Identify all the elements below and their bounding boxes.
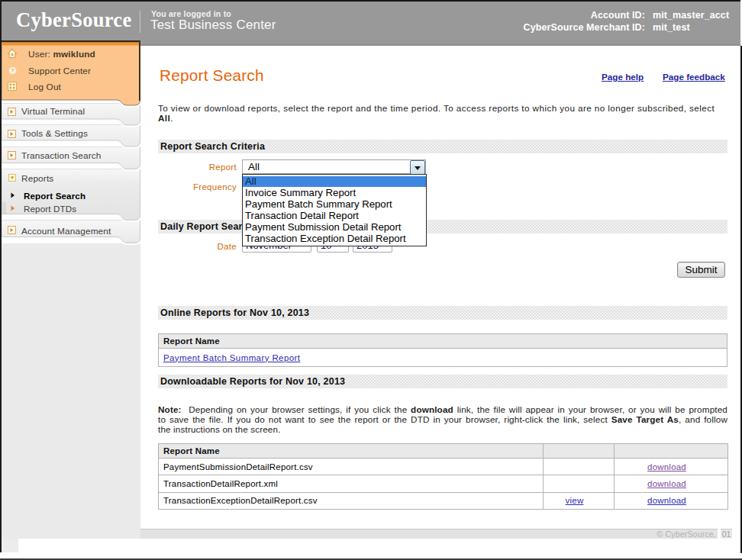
svg-text:?: ? (11, 67, 15, 74)
